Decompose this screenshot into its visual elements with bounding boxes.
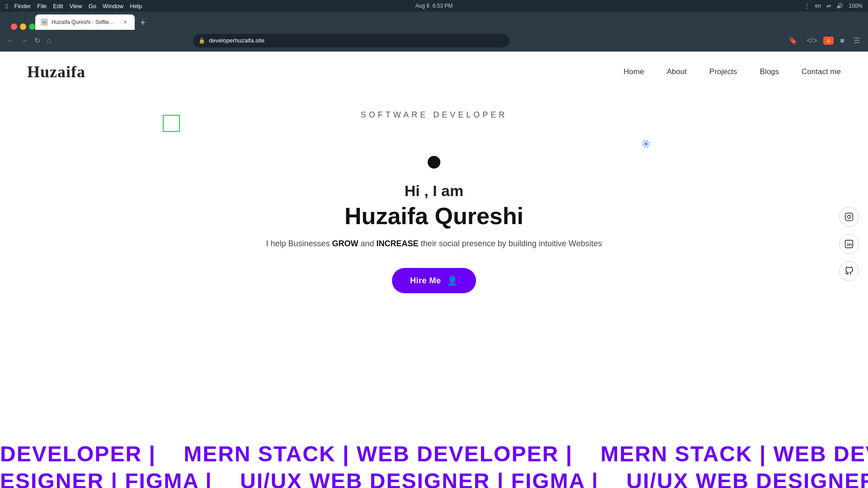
instagram-link[interactable] [839, 207, 859, 227]
hero-section: ✳︎ SOFTWARE DEVELOPER Hi , I am Huzaifa … [0, 92, 868, 320]
instagram-icon [844, 212, 854, 221]
edit-menu[interactable]: Edit [53, 3, 63, 9]
battery-indicator: 100% [849, 3, 863, 9]
network-icon: ⇌ [826, 3, 831, 9]
deco-wand-icon: ✳︎ [639, 136, 653, 153]
help-menu[interactable]: Help [130, 3, 142, 9]
nav-links: Home About Projects Blogs Contact me [623, 67, 841, 76]
browser-menu-button[interactable]: ☰ [851, 34, 863, 47]
nav-home[interactable]: Home [623, 67, 644, 76]
mac-menubar-right: ⋮ en ⇌ 🔊 100% [804, 3, 863, 9]
bluetooth-icon: ⋮ [804, 3, 810, 9]
nav-blogs[interactable]: Blogs [760, 67, 779, 76]
linkedin-icon [844, 239, 854, 249]
minimize-window-button[interactable] [20, 23, 26, 30]
nav-projects[interactable]: Projects [709, 67, 737, 76]
volume-icon: 🔊 [836, 3, 843, 9]
address-bar: ← → ↻ ⌂ 🔒 developerhuzaifa.site 🔖 </> ⚔ … [0, 30, 868, 52]
hire-btn-label: Hire Me [410, 276, 441, 286]
reload-button[interactable]: ↻ [33, 34, 42, 47]
tagline-prefix: I help Businesses [266, 239, 332, 248]
tagline-bold1: GROW [332, 239, 359, 248]
nav-contact[interactable]: Contact me [802, 67, 841, 76]
brave-shield-button[interactable]: ⚔ [823, 37, 834, 45]
finder-menu[interactable]: Finder [14, 3, 31, 9]
nav-about[interactable]: About [667, 67, 687, 76]
lang-indicator: en [815, 3, 821, 9]
tab-bar: H Huzaifa Qureshi - Softw... × + [0, 12, 868, 30]
svg-rect-0 [845, 213, 853, 221]
deco-dot [428, 156, 440, 169]
github-link[interactable] [839, 261, 859, 281]
mac-menubar:  Finder File Edit View Go Window Help A… [0, 0, 868, 12]
deco-square [163, 115, 180, 132]
mac-menubar-left:  Finder File Edit View Go Window Help [5, 2, 142, 10]
browser-actions: 🔖 </> ⚔ ■ ☰ [786, 34, 863, 47]
ticker-text-1: DEVELOPER | MERN STACK | WEB DEVELOPER |… [0, 441, 868, 466]
ticker-text-2: ESIGNER | FIGMA | UI/UX WEB DESIGNER | F… [0, 469, 868, 488]
tagline-mid: and [359, 239, 377, 248]
mac-time: Aug 8 6:53 PM [415, 3, 453, 9]
window-menu[interactable]: Window [103, 3, 123, 9]
browser-tab[interactable]: H Huzaifa Qureshi - Softw... × [35, 14, 135, 30]
forward-button[interactable]: → [19, 35, 30, 47]
url-bar[interactable]: 🔒 developerhuzaifa.site [193, 34, 509, 47]
file-menu[interactable]: File [37, 3, 47, 9]
tab-title: Huzaifa Qureshi - Softw... [52, 19, 118, 25]
hero-tagline: I help Businesses GROW and INCREASE thei… [266, 238, 602, 250]
traffic-lights [11, 23, 35, 30]
site-logo[interactable]: Huzaifa [27, 62, 85, 81]
new-tab-button[interactable]: + [137, 16, 149, 30]
url-text: developerhuzaifa.site [209, 37, 264, 44]
tab-favicon: H [41, 19, 48, 26]
ticker-row-1: DEVELOPER | MERN STACK | WEB DEVELOPER |… [0, 440, 868, 467]
github-icon [844, 267, 854, 276]
svg-point-1 [848, 216, 851, 219]
website-content: Huzaifa Home About Projects Blogs Contac… [0, 52, 868, 488]
tab-close-button[interactable]: × [121, 18, 129, 26]
hero-name: Huzaifa Qureshi [344, 202, 524, 230]
hire-me-button[interactable]: Hire Me 👤 [392, 268, 476, 293]
close-window-button[interactable] [11, 23, 17, 30]
tagline-suffix: their social presence by building intuit… [419, 239, 602, 248]
user-icon: 👤 [447, 275, 458, 286]
hero-greeting: Hi , I am [405, 182, 463, 200]
extensions-button[interactable]: ■ [837, 35, 847, 47]
home-button[interactable]: ⌂ [45, 35, 53, 47]
ticker-row-2: ESIGNER | FIGMA | UI/UX WEB DESIGNER | F… [0, 467, 868, 488]
tab-bar-left [4, 23, 35, 30]
apple-icon:  [5, 2, 8, 10]
share-button[interactable]: </> [804, 35, 820, 47]
linkedin-link[interactable] [839, 234, 859, 254]
ticker-section: DEVELOPER | MERN STACK | WEB DEVELOPER |… [0, 440, 868, 488]
hero-subtitle: SOFTWARE DEVELOPER [361, 110, 507, 120]
browser-nav-buttons: ← → ↻ ⌂ [5, 34, 53, 47]
go-menu[interactable]: Go [89, 3, 96, 9]
back-button[interactable]: ← [5, 35, 16, 47]
view-menu[interactable]: View [70, 3, 82, 9]
social-icons-sidebar [839, 207, 859, 281]
maximize-window-button[interactable] [29, 23, 35, 30]
svg-point-2 [851, 215, 852, 216]
tagline-bold2: INCREASE [377, 239, 419, 248]
site-navbar: Huzaifa Home About Projects Blogs Contac… [0, 52, 868, 92]
bookmark-button[interactable]: 🔖 [786, 34, 800, 47]
lock-icon: 🔒 [198, 38, 205, 44]
